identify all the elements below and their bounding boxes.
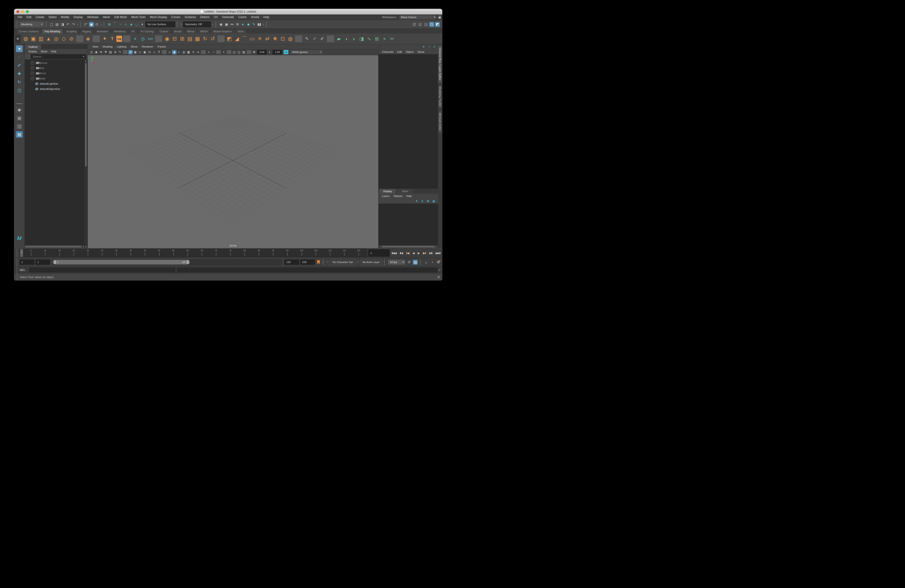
shelf-item-icon[interactable]: × [381, 35, 388, 43]
expand-icon[interactable]: + [31, 67, 34, 70]
shelf-item-icon[interactable]: ◎ [52, 35, 60, 43]
group-collapse-bar[interactable] [80, 21, 82, 27]
menu-item[interactable]: Arnold [249, 14, 261, 20]
viewport-menu-item[interactable]: View [90, 45, 100, 48]
status-icon[interactable]: ▢ [49, 22, 54, 27]
sidebar-toggle-icon[interactable]: ◩ [435, 22, 440, 27]
sidebar-toggle-icon[interactable]: ◱ [418, 22, 423, 27]
fps-dropdown[interactable]: 24 fps ▼ [388, 260, 405, 265]
playback-display-icon[interactable]: ▤ [413, 260, 418, 265]
shelf-item-icon[interactable]: ✐ [319, 35, 326, 43]
shelf-item-icon[interactable] [295, 35, 302, 42]
viewport-icon[interactable]: ⊞ [128, 50, 133, 54]
menu-item[interactable]: Help [261, 14, 272, 20]
menu-item[interactable]: Surfaces [183, 14, 198, 20]
status-icon[interactable]: ◦ [118, 22, 123, 27]
channel-box-content[interactable] [378, 54, 438, 189]
group-collapse-bar[interactable] [46, 21, 48, 27]
playback-button[interactable]: ▶ [418, 251, 420, 255]
status-icon[interactable]: ◈ [129, 22, 134, 27]
viewport-icon[interactable] [201, 50, 206, 54]
symmetry-field[interactable]: Symmetry: Off [183, 21, 211, 27]
mel-label[interactable]: MEL [20, 269, 28, 271]
shelf-item-icon[interactable]: ◢ [233, 35, 241, 43]
status-icon[interactable]: IPR [230, 22, 235, 27]
viewport-icon[interactable]: ▩ [186, 50, 191, 54]
status-icon[interactable]: ⚙ [235, 22, 240, 27]
shelf-tab[interactable]: MASH [197, 29, 210, 33]
layer-editor-tab[interactable]: Anim [397, 189, 414, 193]
dock-grip[interactable] [16, 258, 17, 266]
side-tab[interactable]: Modeling Toolkit [438, 84, 442, 109]
layer-horizontal-scrollbar[interactable]: ◂ ▸ [378, 245, 438, 248]
scroll-right-icon[interactable]: ▸ [85, 246, 87, 248]
viewport-icon[interactable]: ◇ [152, 50, 157, 54]
shelf-item-icon[interactable]: ◖ [343, 35, 350, 43]
shelf-item-icon[interactable]: ✦ [101, 35, 108, 43]
viewport-menu-item[interactable]: Lighting [115, 45, 129, 48]
status-icon[interactable]: ⊞ [107, 22, 112, 27]
shelf-item-icon[interactable]: ◍ [287, 35, 294, 43]
scrollbar-thumb[interactable] [85, 63, 87, 166]
shelf-item-icon[interactable]: ▰ [335, 35, 342, 43]
viewport-icon[interactable]: ◱ [237, 50, 241, 54]
viewport-icon[interactable]: ◲ [232, 50, 237, 54]
viewport-menu-item[interactable]: Show [129, 45, 140, 48]
status-icon[interactable]: ✎ [251, 22, 256, 27]
group-collapse-bar[interactable] [384, 259, 386, 265]
dock-grip[interactable] [16, 267, 17, 273]
shelf-item-icon[interactable]: ⇄ [264, 35, 271, 43]
scroll-right-icon[interactable]: ▸ [435, 246, 438, 248]
status-icon[interactable]: ⌒ [112, 22, 117, 27]
shelf-item-icon[interactable]: ◨ [358, 35, 365, 43]
shelf-item-icon[interactable]: ✳ [256, 35, 264, 43]
shelf-item-icon[interactable]: ⊟ [171, 35, 178, 43]
layer-editor-menu-item[interactable]: Options [392, 195, 405, 197]
menu-item[interactable]: Curves [169, 14, 183, 20]
menu-item[interactable]: Generate [220, 14, 236, 20]
shelf-tab[interactable]: FX Caching [138, 29, 157, 33]
chevron-down-icon[interactable]: ▽ [326, 261, 329, 263]
expand-icon[interactable]: + [31, 72, 34, 75]
range-slider[interactable]: 1 120 [52, 259, 282, 265]
layer-editor-menu-item[interactable]: Help [405, 195, 414, 197]
shelf-tab[interactable]: Sculpting [63, 29, 79, 33]
status-icon[interactable]: ◨ [60, 22, 65, 27]
status-icon[interactable]: ▮▮ [257, 22, 262, 27]
shelf-item-icon[interactable]: ◩ [226, 35, 233, 43]
shelf-tab[interactable]: FX [129, 29, 137, 33]
viewport-icon[interactable]: ● [196, 50, 200, 54]
shelf-item-icon[interactable]: ∿ [366, 35, 373, 43]
character-set-dropdown[interactable]: No Character Set [330, 259, 355, 265]
layout-button[interactable]: ◫ [16, 123, 23, 130]
viewport-menu-item[interactable]: Renderer [140, 45, 156, 48]
group-expand-icon[interactable]: › [76, 22, 79, 26]
group-collapse-bar[interactable] [323, 259, 324, 265]
viewport-icon[interactable]: ◫ [89, 50, 94, 54]
channel-box-menu-item[interactable]: Edit [395, 51, 404, 53]
shelf-item-icon[interactable]: ✎ [303, 35, 310, 43]
scroll-up-icon[interactable]: ▲ [84, 60, 87, 62]
viewport-icon[interactable]: ◇ [167, 50, 172, 54]
viewport-menu-item[interactable]: Panels [156, 45, 168, 48]
channel-box-menu-item[interactable]: Object [404, 51, 415, 53]
viewport-icon[interactable]: ▤ [108, 50, 113, 54]
viewport-icon[interactable]: ◉ [94, 50, 98, 54]
menu-item[interactable]: UV [212, 14, 220, 20]
bookmark-icon[interactable] [317, 260, 320, 264]
shelf-item-icon[interactable] [327, 35, 334, 42]
shelf-tab[interactable]: Curves / Surfaces [16, 29, 41, 33]
outliner-menu-item[interactable]: Display [27, 50, 38, 53]
channel-box-menu-item[interactable]: Show [416, 51, 426, 53]
menu-item[interactable]: Create [33, 14, 46, 20]
shelf-item-icon[interactable]: ▭ [249, 35, 256, 43]
outliner-item[interactable]: + top [25, 65, 87, 71]
shelf-item-icon[interactable]: ⊞ [373, 35, 380, 43]
playback-end-field[interactable]: 120 [284, 260, 299, 265]
current-time-field[interactable]: 1 [368, 249, 390, 257]
outliner-vertical-scrollbar[interactable]: ▲ [84, 60, 87, 245]
group-expand-icon[interactable]: › [212, 22, 214, 26]
status-icon[interactable]: ◸ [84, 22, 89, 27]
script-editor-icon[interactable]: ⌗ [439, 268, 440, 272]
outliner-menu-item[interactable]: Help [49, 50, 58, 53]
